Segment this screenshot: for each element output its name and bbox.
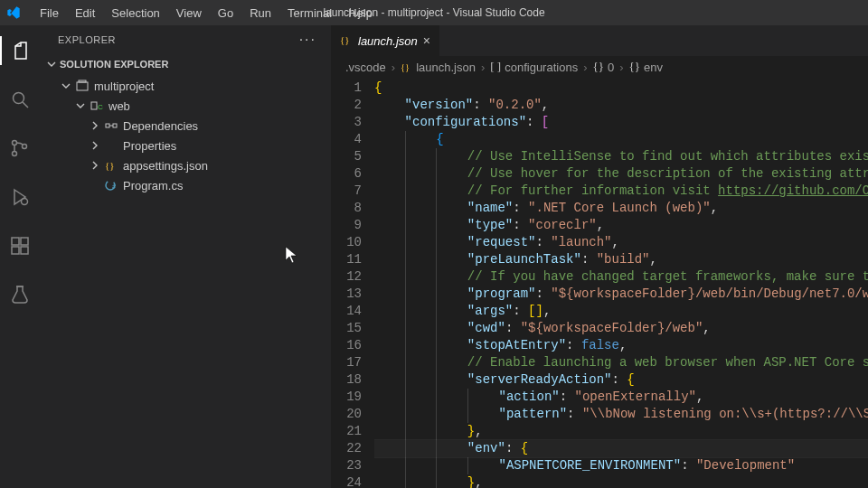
tree-item-properties[interactable]: Properties — [40, 136, 331, 155]
svg-rect-15 — [106, 124, 109, 127]
chevron-right-icon: › — [618, 61, 625, 74]
chevron-right-icon — [89, 140, 101, 151]
project-icon — [74, 79, 90, 93]
editor: {} launch.json × .vscode › {} launch.jso… — [331, 25, 868, 488]
chevron-right-icon: › — [581, 61, 589, 74]
svg-point-5 — [22, 199, 28, 205]
svg-rect-12 — [79, 80, 86, 82]
cs-icon: # — [103, 178, 119, 192]
activity-source-control-icon[interactable] — [0, 132, 40, 164]
svg-text:#: # — [112, 183, 116, 190]
tree-item-program-cs[interactable]: # Program.cs — [40, 175, 331, 195]
svg-text:{}: {} — [105, 160, 115, 171]
svg-text:C#: C# — [98, 103, 103, 111]
tree-item-dependencies[interactable]: Dependencies — [40, 116, 331, 136]
tree-label: Program.cs — [123, 179, 183, 192]
sidebar-title: EXPLORER — [58, 34, 116, 45]
csproj-icon: C# — [89, 99, 105, 113]
menu-selection[interactable]: Selection — [104, 3, 166, 23]
menu-edit[interactable]: Edit — [68, 3, 102, 23]
code-area[interactable]: 123456789101112131415161718192021222324 … — [331, 78, 868, 488]
tree-label: Dependencies — [123, 119, 198, 133]
svg-rect-7 — [12, 247, 19, 254]
tree-item-multiproject[interactable]: multiproject — [40, 76, 331, 96]
tab-bar: {} launch.json × — [331, 25, 868, 56]
chevron-right-icon — [89, 160, 101, 171]
json-icon: {} — [103, 158, 119, 173]
breadcrumb[interactable]: .vscode › {} launch.json › [ ] configura… — [331, 56, 868, 78]
menu-go[interactable]: Go — [211, 3, 241, 23]
vscode-logo-icon — [5, 5, 22, 21]
crumb-launch-json[interactable]: {} launch.json — [401, 61, 476, 74]
activity-run-debug-icon[interactable] — [0, 181, 40, 213]
activity-extensions-icon[interactable] — [0, 230, 40, 262]
sidebar-section-header[interactable]: SOLUTION EXPLORER — [40, 54, 331, 74]
tree-item-appsettings[interactable]: {} appsettings.json — [40, 155, 331, 175]
window-title: launch.json - multiproject - Visual Stud… — [323, 6, 544, 19]
activity-search-icon[interactable] — [0, 83, 40, 116]
json-icon: {} — [401, 61, 412, 73]
sidebar-more-icon[interactable]: ··· — [299, 32, 316, 48]
svg-rect-6 — [12, 238, 19, 245]
array-icon: [ ] — [490, 60, 501, 74]
chevron-right-icon: › — [479, 61, 486, 74]
svg-point-3 — [13, 152, 17, 156]
svg-rect-8 — [21, 247, 28, 254]
brace-icon: {} — [593, 60, 604, 74]
svg-text:{}: {} — [401, 62, 410, 72]
json-icon: {} — [340, 33, 353, 49]
tab-label: launch.json — [358, 34, 418, 48]
crumb-configurations[interactable]: [ ] configurations — [490, 60, 578, 74]
menu-view[interactable]: View — [169, 3, 209, 23]
svg-point-4 — [23, 145, 27, 149]
deps-icon — [103, 118, 119, 133]
crumb-env[interactable]: {} env — [629, 60, 663, 74]
line-number-gutter: 123456789101112131415161718192021222324 — [331, 78, 374, 488]
menu-file[interactable]: File — [33, 3, 66, 23]
sidebar-header: EXPLORER ··· — [40, 25, 331, 54]
sidebar: EXPLORER ··· SOLUTION EXPLORER multiproj… — [40, 25, 331, 488]
code-content[interactable]: { "version": "0.2.0", "configurations": … — [374, 78, 868, 488]
chevron-right-icon — [89, 120, 101, 131]
svg-point-0 — [14, 93, 24, 104]
tree-label: appsettings.json — [123, 159, 208, 173]
svg-line-1 — [23, 102, 28, 108]
svg-text:{}: {} — [340, 34, 350, 45]
activity-bar — [0, 25, 40, 488]
activity-testing-icon[interactable] — [0, 278, 40, 311]
chevron-down-icon — [45, 59, 58, 70]
explorer-tree: multiproject C# web Dependencies Propert… — [40, 74, 331, 197]
brace-icon: {} — [629, 60, 640, 74]
chevron-right-icon: › — [390, 61, 397, 74]
tree-label: web — [108, 99, 130, 113]
crumb-0[interactable]: {} 0 — [593, 60, 615, 74]
close-icon[interactable]: × — [423, 33, 430, 48]
svg-point-2 — [13, 141, 17, 145]
svg-rect-13 — [91, 102, 97, 109]
tree-item-web[interactable]: C# web — [40, 96, 331, 116]
blank-icon — [103, 138, 119, 153]
tree-label: Properties — [123, 139, 176, 153]
sidebar-section-label: SOLUTION EXPLORER — [60, 59, 168, 70]
tab-launch-json[interactable]: {} launch.json × — [331, 25, 440, 56]
chevron-down-icon — [74, 100, 87, 111]
svg-rect-9 — [21, 238, 28, 245]
chevron-down-icon — [60, 80, 72, 91]
tree-label: multiproject — [94, 80, 154, 93]
svg-rect-11 — [77, 82, 88, 90]
crumb-vscode[interactable]: .vscode — [345, 61, 386, 74]
svg-rect-16 — [113, 124, 117, 127]
menu-run[interactable]: Run — [242, 3, 278, 23]
titlebar: File Edit Selection View Go Run Terminal… — [0, 0, 868, 25]
activity-explorer-icon[interactable] — [0, 34, 40, 67]
